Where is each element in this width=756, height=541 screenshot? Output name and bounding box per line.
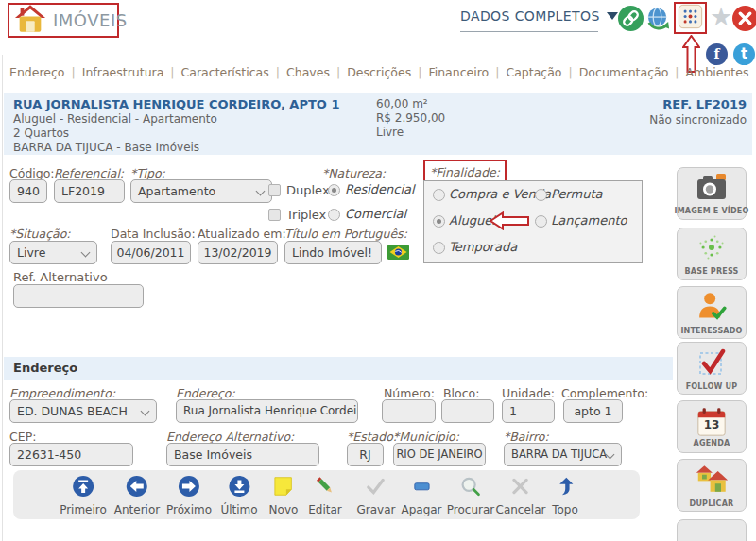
- codigo-field[interactable]: 940: [9, 179, 47, 203]
- finalidade-compra-e-venda-radio[interactable]: [433, 189, 445, 201]
- property-price: R$ 2.950,00: [376, 111, 445, 126]
- logo-annotation-box: IMÓVEIS: [8, 3, 119, 38]
- nav-item-chaves[interactable]: Chaves: [269, 65, 330, 79]
- novo-button[interactable]: Novo: [269, 475, 299, 516]
- nav-item-captacao[interactable]: Captação: [489, 65, 561, 79]
- complemento-field[interactable]: apto 1: [563, 399, 623, 423]
- numero-label: Número:: [384, 386, 435, 400]
- nav-item-descricoes[interactable]: Descrições: [330, 65, 411, 79]
- grid-highlight-icon[interactable]: [678, 4, 703, 33]
- grid-icon-annotation-box: [674, 2, 707, 34]
- nav-item-endereco[interactable]: Endereço: [9, 65, 65, 79]
- interessado-button[interactable]: INTERESSADO: [677, 286, 747, 339]
- nav-item-documentacao[interactable]: Documentação: [562, 65, 669, 79]
- atualizado-em-field[interactable]: 13/02/2019: [198, 241, 278, 264]
- nav-item-caracteristicas[interactable]: Características: [163, 65, 268, 79]
- atualizado-em-label: Atualizado em:: [198, 227, 286, 241]
- agenda-label: AGENDA: [694, 439, 730, 448]
- finalidade-aluguel-radio[interactable]: [433, 215, 445, 228]
- link-icon[interactable]: [618, 6, 644, 31]
- dados-completos-dropdown[interactable]: DADOS COMPLETOS: [460, 8, 602, 24]
- nav-item-financeiro[interactable]: Financeiro: [411, 65, 489, 79]
- brazil-flag-icon[interactable]: [387, 245, 409, 260]
- finalidade-temporada-radio[interactable]: [433, 242, 445, 254]
- cep-field[interactable]: 22631-450: [9, 443, 133, 466]
- titulo-portugues-field[interactable]: Lindo Imóvel!: [284, 241, 382, 264]
- unidade-field[interactable]: 1: [502, 399, 555, 423]
- endereco-label: Endereço:: [176, 386, 235, 400]
- finalidade-aluguel-label: Aluguel: [449, 213, 495, 228]
- agenda-button[interactable]: 13 AGENDA: [677, 400, 747, 453]
- property-ref: REF. LF2019: [649, 97, 747, 112]
- nav-item-ambientes[interactable]: Ambientes: [668, 65, 748, 79]
- duplicar-button[interactable]: DUPLICAR: [677, 459, 747, 512]
- proximo-label: Próximo: [166, 503, 212, 516]
- tipo-label: *Tipo:: [130, 166, 165, 180]
- municipio-field[interactable]: RIO DE JANEIRO: [393, 443, 486, 466]
- finalidade-permuta-radio[interactable]: [535, 189, 547, 201]
- cancelar-button[interactable]: Cancelar: [496, 475, 546, 516]
- property-type-line: Aluguel - Residencial - Apartamento: [13, 112, 217, 127]
- apagar-button[interactable]: Apagar: [401, 475, 441, 516]
- tipo-select[interactable]: Apartamento: [130, 179, 272, 203]
- primeiro-button[interactable]: Primeiro: [60, 475, 107, 516]
- sidebar-button-partial[interactable]: [677, 519, 747, 541]
- pencil-icon: [314, 475, 336, 501]
- first-icon: [72, 475, 94, 501]
- globe-sync-icon[interactable]: [645, 6, 671, 31]
- topo-label: Topo: [552, 503, 578, 516]
- app-title: IMÓVEIS: [53, 10, 128, 30]
- interessado-label: INTERESSADO: [680, 327, 742, 335]
- procurar-button[interactable]: Procurar: [447, 475, 494, 516]
- endereco-alternativo-field[interactable]: Base Imóveis: [166, 443, 319, 466]
- data-inclusao-field[interactable]: 04/06/2011: [111, 241, 191, 264]
- numero-field[interactable]: [382, 399, 436, 423]
- star-icon[interactable]: [710, 2, 732, 31]
- imagem-e-video-label: IMAGEM E VÍDEO: [674, 207, 748, 215]
- referencial-field[interactable]: LF2019: [54, 179, 125, 203]
- finalidade-lancamento-radio[interactable]: [535, 215, 547, 228]
- imagem-e-video-button[interactable]: IMAGEM E VÍDEO: [677, 167, 747, 220]
- novo-label: Novo: [269, 503, 299, 516]
- complemento-label: Complemento:: [561, 386, 648, 400]
- natureza-residencial-radio[interactable]: [328, 184, 340, 196]
- bairro-select[interactable]: BARRA DA TIJUCA: [504, 443, 622, 466]
- unidade-label: Unidade:: [502, 386, 555, 400]
- finalidade-permuta-label: Permuta: [551, 187, 602, 201]
- base-press-button[interactable]: BASE PRESS: [677, 228, 747, 280]
- gravar-label: Gravar: [357, 503, 396, 516]
- section-nav: EndereçoInfraestruturaCaracterísticasCha…: [9, 59, 747, 87]
- triplex-checkbox[interactable]: [268, 209, 281, 221]
- close-icon[interactable]: [732, 6, 756, 31]
- editar-button[interactable]: Editar: [308, 475, 342, 516]
- dropdown-label: DADOS COMPLETOS: [460, 8, 600, 24]
- imoveis-page: IMÓVEIS DADOS COMPLETOS: [0, 0, 756, 541]
- agenda-day: 13: [695, 418, 729, 431]
- empreendimento-select[interactable]: ED. DUNAS BEACH: [9, 399, 157, 423]
- duplex-checkbox[interactable]: [268, 184, 281, 196]
- cancelar-label: Cancelar: [496, 503, 546, 516]
- ref-alternativo-field[interactable]: [13, 284, 144, 308]
- bloco-field[interactable]: [441, 399, 494, 423]
- nav-item-infraestrutura[interactable]: Infraestrutura: [65, 65, 164, 79]
- ultimo-button[interactable]: Último: [220, 475, 257, 516]
- situacao-select[interactable]: Livre: [9, 241, 97, 264]
- nav-item-placas[interactable]: Placas: [748, 65, 756, 79]
- topo-button[interactable]: Topo: [552, 475, 578, 516]
- proximo-button[interactable]: Próximo: [166, 475, 212, 516]
- save-check-icon: [365, 475, 387, 501]
- person-check-icon: [696, 291, 728, 326]
- previous-icon: [126, 475, 148, 501]
- property-details: Aluguel - Residencial - Apartamento 2 Qu…: [13, 112, 217, 155]
- cep-label: CEP:: [9, 430, 36, 444]
- anterior-button[interactable]: Anterior: [114, 475, 160, 516]
- gravar-button[interactable]: Gravar: [357, 475, 396, 516]
- natureza-residencial-label: Residencial: [345, 182, 415, 196]
- natureza-comercial-radio[interactable]: [328, 209, 340, 221]
- finalidade-lancamento-label: Lançamento: [551, 213, 627, 228]
- finalidade-temporada-label: Temporada: [449, 240, 517, 254]
- estado-field[interactable]: RJ: [347, 443, 384, 466]
- follow-up-button[interactable]: FOLLOW UP: [677, 342, 747, 395]
- duplicar-label: DUPLICAR: [690, 499, 734, 508]
- endereco-field[interactable]: Rua Jornalista Henrique Cordeiro: [176, 399, 358, 423]
